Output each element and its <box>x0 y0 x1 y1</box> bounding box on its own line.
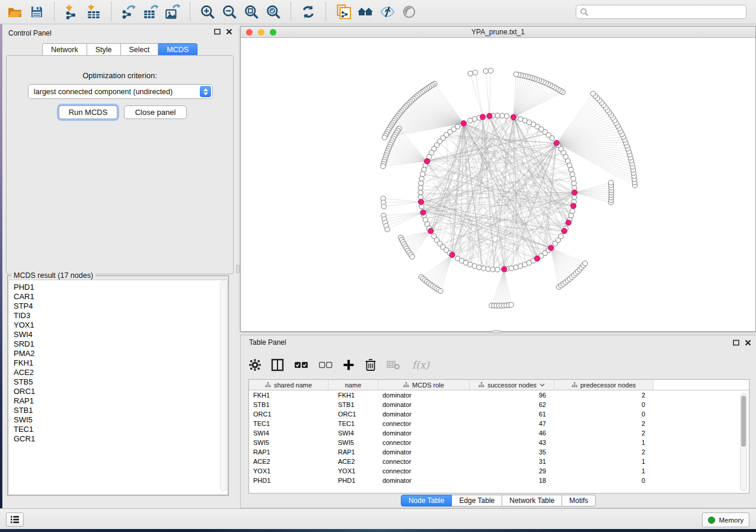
network-mcds-hub-node[interactable] <box>572 190 577 195</box>
table-row[interactable]: RAP1RAP1dominator352 <box>249 447 749 457</box>
zoom-out-icon[interactable] <box>221 3 238 21</box>
network-graph-canvas[interactable] <box>241 38 755 331</box>
network-mcds-hub-node[interactable] <box>502 267 507 272</box>
mcds-result-item[interactable]: TID3 <box>14 311 227 321</box>
vertical-splitter-grip[interactable] <box>236 265 240 273</box>
table-row[interactable]: YOX1YOX1connector291 <box>249 466 749 476</box>
network-mcds-hub-node[interactable] <box>428 228 433 233</box>
search-input[interactable] <box>589 8 742 16</box>
network-leaf-node[interactable] <box>591 91 595 96</box>
network-node[interactable] <box>509 266 513 271</box>
network-leaf-node[interactable] <box>608 180 613 185</box>
network-node[interactable] <box>477 265 481 270</box>
tab-mcds[interactable]: MCDS <box>158 43 197 56</box>
network-node[interactable] <box>513 265 518 270</box>
network-mcds-hub-node[interactable] <box>554 140 559 146</box>
mcds-result-item[interactable]: ACE2 <box>14 368 227 377</box>
close-panel-icon[interactable] <box>745 339 751 346</box>
network-mcds-hub-node[interactable] <box>548 245 554 251</box>
network-node[interactable] <box>500 113 505 118</box>
table-scrollbar[interactable] <box>740 393 747 491</box>
column-header-predecessor-nodes[interactable]: predecessor nodes <box>554 380 653 390</box>
run-mcds-button[interactable]: Run MCDS <box>59 105 117 119</box>
table-row[interactable]: SWI4SWI4dominator462 <box>249 428 749 438</box>
network-node[interactable] <box>570 172 575 177</box>
mcds-result-item[interactable]: PHD1 <box>14 283 227 292</box>
function-builder-icon[interactable]: f(x) <box>411 358 431 371</box>
mcds-result-item[interactable]: GCR1 <box>14 434 227 444</box>
network-node[interactable] <box>495 113 500 118</box>
network-mcds-hub-node[interactable] <box>487 113 492 118</box>
mcds-result-item[interactable]: SWI5 <box>14 415 227 425</box>
network-leaf-node[interactable] <box>410 254 414 259</box>
mcds-result-item[interactable]: SRD1 <box>14 339 227 349</box>
network-mcds-hub-node[interactable] <box>480 114 486 120</box>
mcds-result-item[interactable]: STB1 <box>14 406 227 415</box>
clone-network-icon[interactable] <box>334 3 352 21</box>
network-node[interactable] <box>495 267 500 272</box>
network-node[interactable] <box>422 167 426 172</box>
table-row[interactable]: FKH1FKH1dominator962 <box>249 390 749 400</box>
network-node[interactable] <box>570 209 575 213</box>
zoom-fit-icon[interactable] <box>243 3 260 21</box>
network-window-titlebar[interactable]: YPA_prune.txt_1 <box>241 27 755 38</box>
network-leaf-node[interactable] <box>483 69 488 73</box>
tab-network-table[interactable]: Network Table <box>502 495 562 507</box>
close-panel-icon[interactable] <box>226 28 232 35</box>
import-network-icon[interactable] <box>63 3 81 21</box>
home-views-icon[interactable] <box>356 3 374 21</box>
export-table-icon[interactable] <box>142 3 160 21</box>
network-leaf-node[interactable] <box>488 68 493 73</box>
column-layout-icon[interactable] <box>271 358 284 371</box>
zoom-selected-icon[interactable] <box>264 3 282 21</box>
tab-select[interactable]: Select <box>121 43 159 56</box>
mcds-result-item[interactable]: YOX1 <box>14 321 227 330</box>
mcds-result-item[interactable]: STB5 <box>14 377 227 387</box>
search-field[interactable] <box>576 5 747 19</box>
open-folder-icon[interactable] <box>6 3 24 21</box>
deselect-all-icon[interactable] <box>318 361 333 369</box>
node-table[interactable]: shared namenameMCDS rolesuccessor nodesp… <box>248 379 749 493</box>
show-panels-list-button[interactable] <box>6 512 24 527</box>
column-header-shared-name[interactable]: shared name <box>249 380 328 390</box>
network-mcds-hub-node[interactable] <box>449 252 455 258</box>
network-node[interactable] <box>420 172 425 177</box>
mcds-list-scrollbar[interactable] <box>220 281 227 491</box>
export-network-icon[interactable] <box>120 3 138 21</box>
mcds-result-item[interactable]: FKH1 <box>14 358 227 368</box>
network-node[interactable] <box>559 234 563 239</box>
network-node[interactable] <box>569 213 573 218</box>
table-scrollbar-thumb[interactable] <box>741 396 746 447</box>
network-node[interactable] <box>472 264 477 268</box>
network-node[interactable] <box>418 195 423 200</box>
tab-node-table[interactable]: Node Table <box>401 495 452 507</box>
tab-motifs[interactable]: Motifs <box>562 495 596 507</box>
hide-details-icon[interactable] <box>378 3 396 21</box>
tab-edge-table[interactable]: Edge Table <box>452 495 502 507</box>
network-leaf-node[interactable] <box>513 72 518 76</box>
network-leaf-node[interactable] <box>509 302 513 307</box>
network-mcds-hub-node[interactable] <box>562 228 567 233</box>
tab-network[interactable]: Network <box>42 43 87 56</box>
mcds-result-item[interactable]: PMA2 <box>14 349 227 358</box>
mcds-result-item[interactable]: RAP1 <box>14 396 227 406</box>
network-node[interactable] <box>418 190 423 195</box>
horizontal-splitter-grip[interactable] <box>492 330 500 334</box>
network-leaf-node[interactable] <box>583 261 588 265</box>
export-image-icon[interactable] <box>164 3 181 21</box>
network-node[interactable] <box>571 176 576 181</box>
network-node[interactable] <box>419 176 424 181</box>
table-row[interactable]: TEC1TEC1connector472 <box>249 419 749 428</box>
network-leaf-node[interactable] <box>438 289 443 293</box>
tab-style[interactable]: Style <box>87 43 121 56</box>
mcds-result-item[interactable]: STP4 <box>14 302 227 311</box>
network-node[interactable] <box>468 118 473 123</box>
network-mcds-hub-node[interactable] <box>425 159 430 164</box>
mcds-result-list[interactable]: PHD1CAR1STP4TID3YOX1SWI4SRD1PMA2FKH1ACE2… <box>8 280 228 495</box>
network-mcds-hub-node[interactable] <box>418 199 423 204</box>
network-leaf-node[interactable] <box>381 204 386 209</box>
optimization-criterion-select[interactable]: largest connected component (undirected) <box>28 84 213 99</box>
zoom-in-icon[interactable] <box>199 3 216 21</box>
network-mcds-hub-node[interactable] <box>461 121 466 126</box>
network-leaf-node[interactable] <box>385 227 390 232</box>
